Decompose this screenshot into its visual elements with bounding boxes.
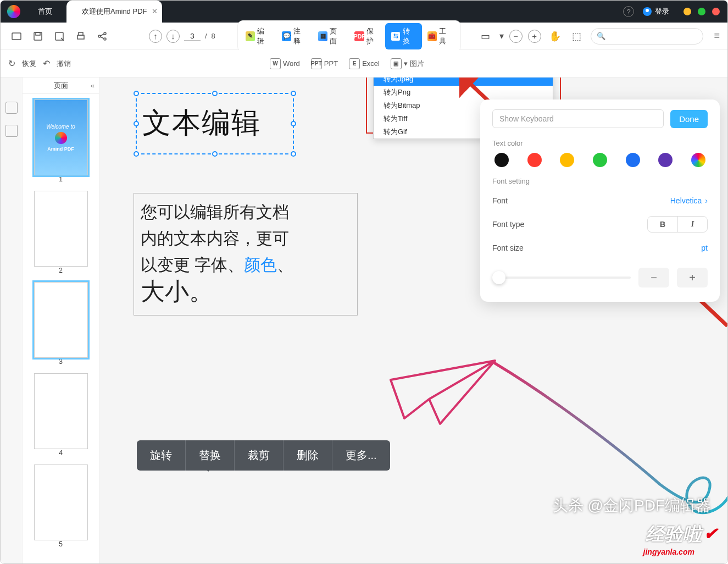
thumb-2-number: 2 [34, 267, 88, 274]
mode-edit[interactable]: ✎编辑 [240, 23, 276, 49]
undo-icon[interactable]: ↶ [43, 58, 50, 69]
search-input[interactable] [591, 28, 703, 45]
font-row[interactable]: Font Helvetica› [492, 191, 708, 211]
ctx-delete[interactable]: 删除 [284, 440, 332, 471]
thumb-4-number: 4 [34, 449, 88, 457]
redo-icon[interactable]: ↻ [8, 58, 15, 69]
mode-annotate[interactable]: 💬注释 [276, 23, 313, 49]
word-icon: W [270, 58, 281, 69]
annotate-icon: 💬 [282, 31, 291, 41]
thumbnail-2[interactable] [34, 191, 88, 267]
mode-convert-label: 转换 [403, 26, 416, 46]
open-icon[interactable] [8, 28, 24, 45]
color-purple[interactable] [658, 153, 673, 167]
increase-size-button[interactable]: + [677, 268, 708, 287]
page-total: 8 [212, 32, 215, 40]
mode-protect[interactable]: PDF保护 [349, 23, 385, 49]
thumbnails-panel: 页面 « Welcome to Amind PDF 1 2 3 4 5 [23, 78, 99, 563]
selected-text-content: 文本编辑 [137, 94, 293, 152]
thumbnail-5[interactable] [34, 465, 88, 540]
resize-handle[interactable] [291, 91, 296, 96]
thumbnails-rail-icon[interactable] [5, 102, 18, 114]
user-icon [643, 7, 652, 16]
thumbnail-1[interactable]: Welcome to Amind PDF [34, 99, 88, 175]
mode-page[interactable]: ▦页面 [313, 23, 349, 49]
edit-icon: ✎ [246, 31, 255, 41]
page-down-icon[interactable]: ↓ [166, 30, 180, 43]
thumbnail-3[interactable] [34, 282, 88, 358]
undo-label[interactable]: 撤销 [57, 59, 71, 69]
save-icon[interactable] [30, 28, 46, 45]
minimize-dot[interactable] [683, 8, 691, 15]
document-tab[interactable]: 欢迎使用Amind PDF ✕ [66, 1, 162, 23]
bold-toggle[interactable]: B [648, 217, 677, 232]
left-rail [1, 78, 23, 563]
print-icon[interactable] [73, 28, 89, 45]
convert-word[interactable]: WWord [270, 58, 300, 69]
resize-handle[interactable] [134, 91, 139, 96]
convert-icon: ⇆ [391, 31, 400, 41]
body-paragraph[interactable]: 您可以编辑所有文档 内的文本内容，更可 以变更 字体、颜色、 大小。 [134, 193, 358, 316]
save-as-icon[interactable] [51, 28, 67, 45]
para-line2: 内的文本内容，更可 [141, 229, 289, 247]
dropdown-caret-icon[interactable]: ▾ [499, 31, 504, 41]
outline-rail-icon[interactable] [5, 125, 18, 137]
color-green[interactable] [593, 153, 607, 167]
watermark-brand-text: 经验啦 [646, 523, 702, 544]
page-up-icon[interactable]: ↑ [149, 30, 162, 43]
zoom-out-icon[interactable]: − [509, 30, 523, 43]
mode-tabs: ✎编辑 💬注释 ▦页面 PDF保护 ⇆转换 🧰工具 [237, 20, 461, 52]
convert-word-label: Word [283, 59, 300, 68]
thumb-5-number: 5 [34, 540, 88, 548]
login-button[interactable]: 登录 [643, 7, 669, 16]
convert-excel-label: Excel [362, 59, 380, 68]
color-red[interactable] [527, 153, 542, 167]
resize-handle[interactable] [212, 91, 218, 96]
close-tab-icon[interactable]: ✕ [152, 1, 158, 23]
convert-excel[interactable]: EExcel [349, 58, 380, 69]
ctx-rotate[interactable]: 旋转 [137, 440, 186, 471]
show-keyboard-button[interactable]: Show Keyboard [492, 109, 664, 128]
page-number-input[interactable] [184, 32, 201, 41]
hand-tool-icon[interactable]: ✋ [547, 28, 563, 45]
mode-convert[interactable]: ⇆转换 [385, 23, 421, 49]
ctx-crop[interactable]: 裁剪 [235, 440, 284, 471]
document-canvas[interactable]: 转为Jpeg 转为Png 转为Bitmap 转为Tiff 转为Gif 文本编辑 … [99, 78, 727, 563]
convert-image[interactable]: ▣▾图片 [391, 58, 424, 69]
dropdown-item-jpeg[interactable]: 转为Jpeg [374, 78, 553, 86]
thumb-1-number: 1 [34, 175, 88, 183]
italic-toggle[interactable]: I [677, 217, 707, 232]
maximize-dot[interactable] [698, 8, 705, 15]
zoom-in-icon[interactable]: + [528, 30, 541, 43]
decrease-size-button[interactable]: − [638, 268, 669, 287]
resize-handle[interactable] [212, 151, 218, 157]
resize-handle[interactable] [134, 151, 139, 157]
thumbnail-4[interactable] [34, 373, 88, 449]
help-icon[interactable]: ? [623, 6, 634, 17]
collapse-panel-icon[interactable]: « [91, 81, 95, 90]
view-tools: ▭ ▾ − + ✋ ⬚ [477, 28, 585, 45]
select-tool-icon[interactable]: ⬚ [569, 28, 585, 45]
menu-icon[interactable]: ≡ [714, 30, 720, 42]
color-blue[interactable] [626, 153, 640, 167]
resize-handle[interactable] [291, 121, 296, 126]
color-picker-icon[interactable] [691, 153, 705, 167]
close-dot[interactable] [712, 8, 720, 15]
ctx-replace[interactable]: 替换 [186, 440, 235, 471]
selected-text-frame[interactable]: 文本编辑 [136, 93, 294, 154]
done-button[interactable]: Done [670, 110, 708, 128]
dropdown-item-png[interactable]: 转为Png [374, 86, 553, 99]
home-tab[interactable]: 首页 [26, 7, 64, 16]
color-black[interactable] [494, 153, 509, 167]
share-icon[interactable] [95, 28, 110, 45]
page-sep: / [205, 32, 207, 40]
redo-label[interactable]: 恢复 [22, 59, 36, 69]
mode-tools[interactable]: 🧰工具 [422, 23, 458, 49]
ctx-more[interactable]: 更多... [332, 440, 390, 471]
resize-handle[interactable] [291, 151, 296, 157]
color-yellow[interactable] [560, 153, 574, 167]
fit-width-icon[interactable]: ▭ [477, 28, 494, 45]
font-size-slider[interactable] [492, 277, 631, 279]
convert-ppt[interactable]: PPTPPT [311, 58, 338, 69]
resize-handle[interactable] [134, 121, 139, 126]
